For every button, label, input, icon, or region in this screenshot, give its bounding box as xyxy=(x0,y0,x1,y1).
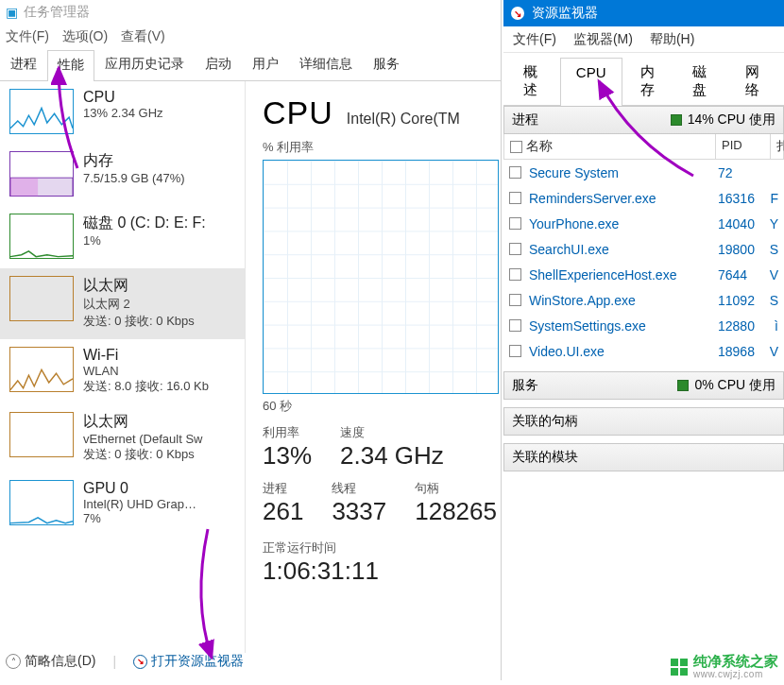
process-name: ShellExperienceHost.exe xyxy=(529,267,718,283)
thread-value: 3337 xyxy=(332,497,386,526)
cpu-indicator-icon xyxy=(677,380,689,391)
perf-thumb-icon xyxy=(9,89,74,134)
perf-item-cpu-0[interactable]: CPU13% 2.34 GHz xyxy=(0,81,245,144)
tm-tab-进程[interactable]: 进程 xyxy=(0,49,47,80)
select-all-checkbox[interactable] xyxy=(510,141,522,153)
watermark: 纯净系统之家 www.cwjzj.com xyxy=(671,654,778,679)
perf-item-disk-2[interactable]: 磁盘 0 (C: D: E: F:1% xyxy=(0,206,245,268)
rm-tab-概述[interactable]: 概述 xyxy=(507,57,558,105)
rm-section-handles[interactable]: 关联的句柄 xyxy=(503,407,784,436)
process-row[interactable]: Secure System72 xyxy=(503,160,784,185)
perf-item-mem-1[interactable]: 内存7.5/15.9 GB (47%) xyxy=(0,144,245,206)
row-checkbox[interactable] xyxy=(509,319,521,332)
row-checkbox[interactable] xyxy=(509,217,521,230)
process-pid: 7644 xyxy=(718,267,767,283)
graph-subtitle: Intel(R) Core(TM xyxy=(347,111,460,128)
row-checkbox[interactable] xyxy=(509,345,521,357)
rm-section-processes[interactable]: 进程 14% CPU 使用 xyxy=(503,106,784,134)
row-checkbox[interactable] xyxy=(509,294,521,306)
handles-label: 关联的句柄 xyxy=(512,413,578,430)
process-pid: 18968 xyxy=(718,344,767,359)
tm-menu-view[interactable]: 查看(V) xyxy=(121,28,165,45)
rm-th-name[interactable]: 名称 xyxy=(503,134,715,159)
tm-tab-启动[interactable]: 启动 xyxy=(195,49,242,80)
tm-menu-file[interactable]: 文件(F) xyxy=(6,28,49,45)
perf-line1: vEthernet (Default Sw xyxy=(83,432,202,446)
tm-tab-应用历史记录[interactable]: 应用历史记录 xyxy=(94,49,195,80)
perf-line2: 发送: 0 接收: 0 Kbps xyxy=(83,313,195,330)
services-badge: 0% CPU 使用 xyxy=(677,377,775,394)
cpu-usage-graph xyxy=(263,160,499,394)
perf-name: 以太网 xyxy=(83,276,195,296)
rm-app-icon: ↘ xyxy=(511,7,524,20)
rm-tab-CPU[interactable]: CPU xyxy=(560,58,622,106)
tm-menu-options[interactable]: 选项(O) xyxy=(62,28,108,45)
tm-tab-性能[interactable]: 性能 xyxy=(47,50,94,81)
process-name: Secure System xyxy=(529,165,718,180)
tm-footer: ˄ 简略信息(D) | ↘ 打开资源监视器 xyxy=(0,645,501,677)
rm-tab-磁盘[interactable]: 磁盘 xyxy=(676,57,727,105)
row-checkbox[interactable] xyxy=(509,243,521,255)
rm-tab-网络[interactable]: 网络 xyxy=(729,57,780,105)
rm-menu-monitor[interactable]: 监视器(M) xyxy=(573,31,633,48)
resource-monitor-window: ↘ 资源监视器 文件(F) 监视器(M) 帮助(H) 概述CPU内存磁盘网络 进… xyxy=(502,0,784,680)
perf-thumb-icon xyxy=(9,347,74,392)
row-checkbox[interactable] xyxy=(509,268,521,281)
rm-section-services[interactable]: 服务 0% CPU 使用 xyxy=(503,371,784,400)
perf-item-eth-5[interactable]: 以太网vEthernet (Default Sw发送: 0 接收: 0 Kbps xyxy=(0,404,245,472)
process-row[interactable]: YourPhone.exe14040Y xyxy=(503,211,784,236)
process-pid: 72 xyxy=(718,165,767,180)
row-checkbox[interactable] xyxy=(509,166,521,179)
process-name: RemindersServer.exe xyxy=(529,191,718,206)
perf-item-eth-3[interactable]: 以太网以太网 2发送: 0 接收: 0 Kbps xyxy=(0,268,245,339)
process-row[interactable]: SystemSettings.exe12880ì xyxy=(503,313,784,338)
perf-text: 以太网以太网 2发送: 0 接收: 0 Kbps xyxy=(83,276,195,330)
perf-text: CPU13% 2.34 GHz xyxy=(83,89,163,120)
process-row[interactable]: SearchUI.exe19800S xyxy=(503,236,784,262)
perf-item-wifi-4[interactable]: Wi-FiWLAN发送: 8.0 接收: 16.0 Kb xyxy=(0,339,245,404)
perf-name: 以太网 xyxy=(83,412,202,432)
watermark-logo-icon xyxy=(671,659,688,676)
perf-line1: 1% xyxy=(83,233,206,248)
services-badge-text: 0% CPU 使用 xyxy=(694,377,775,394)
process-row[interactable]: Video.UI.exe18968V xyxy=(503,338,784,364)
row-checkbox[interactable] xyxy=(509,192,521,204)
process-extra: Y xyxy=(767,216,778,231)
open-resource-monitor-link[interactable]: ↘ 打开资源监视器 xyxy=(133,653,244,670)
rm-th-pid[interactable]: PID xyxy=(715,134,770,159)
process-row[interactable]: RemindersServer.exe16316F xyxy=(503,185,784,211)
rm-th-extra[interactable]: 扎 xyxy=(770,134,783,159)
rm-menu-help[interactable]: 帮助(H) xyxy=(650,31,694,48)
rm-titlebar: ↘ 资源监视器 xyxy=(503,0,784,26)
perf-line2: 发送: 0 接收: 0 Kbps xyxy=(83,446,202,463)
perf-text: 磁盘 0 (C: D: E: F:1% xyxy=(83,214,206,248)
process-extra: V xyxy=(767,344,778,359)
perf-line1: Intel(R) UHD Grap… xyxy=(83,497,196,511)
rm-section-modules[interactable]: 关联的模块 xyxy=(503,443,784,471)
tm-tab-用户[interactable]: 用户 xyxy=(242,49,289,80)
perf-item-gpu-6[interactable]: GPU 0Intel(R) UHD Grap…7% xyxy=(0,472,245,535)
watermark-brand: 纯净系统之家 xyxy=(693,654,778,668)
perf-name: 磁盘 0 (C: D: E: F: xyxy=(83,214,206,233)
process-extra: S xyxy=(767,293,778,308)
process-name: SearchUI.exe xyxy=(529,242,718,257)
processes-badge-text: 14% CPU 使用 xyxy=(688,111,775,128)
fewer-details-link[interactable]: ˄ 简略信息(D) xyxy=(6,653,95,670)
perf-thumb-icon xyxy=(9,480,74,525)
rm-menu-file[interactable]: 文件(F) xyxy=(513,31,556,48)
process-row[interactable]: ShellExperienceHost.exe7644V xyxy=(503,262,784,287)
process-name: SystemSettings.exe xyxy=(529,318,718,334)
perf-thumb-icon xyxy=(9,276,74,321)
tm-sidebar: CPU13% 2.34 GHz内存7.5/15.9 GB (47%)磁盘 0 (… xyxy=(0,81,246,653)
process-pid: 14040 xyxy=(718,216,767,231)
tm-tab-详细信息[interactable]: 详细信息 xyxy=(289,49,363,80)
rm-tab-内存[interactable]: 内存 xyxy=(624,57,675,105)
tm-tab-服务[interactable]: 服务 xyxy=(363,49,410,80)
processes-label: 进程 xyxy=(512,111,538,128)
cpu-indicator-icon xyxy=(671,114,682,126)
perf-thumb-icon xyxy=(9,214,74,259)
util-value: 13% xyxy=(263,441,312,471)
processes-badge: 14% CPU 使用 xyxy=(671,111,775,128)
rm-table-header: 名称 PID 扎 xyxy=(503,134,784,160)
process-row[interactable]: WinStore.App.exe11092S xyxy=(503,287,784,313)
